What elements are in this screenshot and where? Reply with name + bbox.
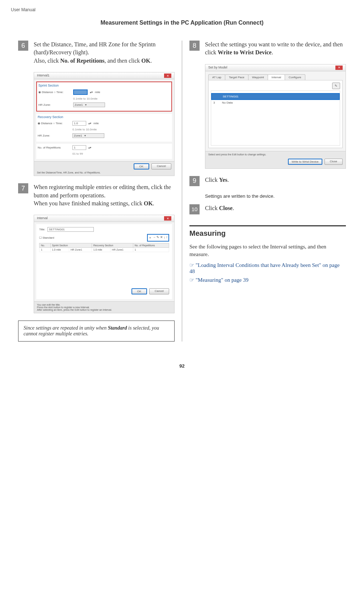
doc-label: User Manual — [11, 7, 353, 12]
note-box: Since settings are repeated in unity whe… — [18, 321, 175, 342]
right-icon[interactable]: → — [152, 235, 156, 240]
shot1-reps-label: No. of Repetitions — [38, 146, 70, 149]
step-number-10: 10 — [189, 204, 200, 214]
tab-target-pace[interactable]: Target Pace — [225, 74, 248, 80]
step-10-body: Click Close. — [205, 204, 346, 214]
step-9-subnote: Settings are written to the device. — [205, 193, 346, 199]
tab-at-lap[interactable]: AT Lap — [208, 74, 225, 80]
xref-2-text: "Measuring" on page 39 — [196, 277, 248, 283]
shot1-ok-button[interactable]: OK — [134, 163, 150, 169]
step-6-bold-b: No. of Repetitions — [60, 58, 104, 64]
step-8-body: Select the settings you want to write to… — [205, 41, 346, 57]
step-number-7: 7 — [18, 183, 28, 193]
shot2-title-label: Title: — [39, 228, 45, 231]
shot2-col-no: No. — [39, 243, 51, 248]
shot2-footer2: Press the Add button to register a new I… — [37, 306, 171, 309]
add-icon[interactable]: ＋ — [148, 235, 152, 240]
table-row[interactable]: 1 1.0 mile HR Zone1 1.0 mile HR Zone1 1 — [39, 248, 169, 252]
shot2-col-sprint: Sprint Section — [50, 243, 92, 248]
step-6-text-b: Also, click — [34, 58, 60, 64]
shot1-rec-range: 0.1mile to 10.0mile — [72, 128, 171, 131]
shot1-zone-value: Zone1 — [75, 103, 83, 106]
list-item-selected[interactable]: SETTING01 — [211, 93, 340, 100]
shot2-standard-checkbox[interactable]: Standard — [42, 236, 54, 239]
xref-2[interactable]: ☞"Measuring" on page 39 — [189, 277, 346, 283]
edit-icon[interactable]: ✎ — [332, 83, 340, 89]
shot2-col-reps: No. of Repetitions — [133, 243, 169, 248]
tab-interval[interactable]: Interval — [268, 74, 285, 80]
step-6-body: Set the Distance, Time, and HR Zone for … — [34, 41, 175, 65]
shot1-reps-range: 01 to 99 — [72, 152, 171, 155]
step-7-text-a: When registering multiple entries or edi… — [34, 184, 171, 198]
shot2-row1-sprint-hr: HR Zone1 — [69, 248, 92, 252]
shot2-ok-button[interactable]: OK — [131, 288, 147, 294]
close-icon[interactable]: ✕ — [164, 216, 171, 221]
close-icon[interactable]: ✕ — [164, 74, 171, 78]
shot1-recovery-distance-input[interactable]: 1.0 — [72, 121, 86, 126]
shot1-rec-mile: mile — [93, 122, 99, 125]
write-to-wrist-device-button[interactable]: Write to Wrist Device — [288, 159, 322, 165]
step-7: 7 When registering multiple entries or e… — [18, 183, 175, 208]
shot2-row1-reps: 1 — [133, 248, 169, 252]
xref-1[interactable]: ☞"Loading Interval Conditions that have … — [189, 262, 346, 275]
step-8-bold-a: Write to Wrist Device — [218, 49, 272, 55]
step-number-6: 6 — [18, 41, 28, 51]
shot1-rec-zone-value: Zone1 — [74, 134, 82, 137]
shot3-selected-label: SETTING01 — [223, 95, 239, 98]
shot2-title-input[interactable]: SETTING01 — [47, 227, 94, 232]
screenshot-interval1: Interval1 ✕ Sprint Section ◉ Distance ○ … — [34, 72, 175, 176]
step-6-text-a: Set the Distance, Time, and HR Zone for … — [34, 41, 155, 55]
shot1-reps-input[interactable]: 1 — [72, 145, 86, 150]
up-icon[interactable]: ↑ — [166, 235, 168, 240]
step-7-text-c: . — [153, 200, 154, 206]
step-9: 9 Click Yes. — [189, 176, 346, 186]
step-9-bold-a: Yes — [219, 177, 227, 183]
hand-icon: ☞ — [189, 262, 194, 268]
delete-icon[interactable]: ✕ — [160, 235, 163, 240]
tab-waypoint[interactable]: Waypoint — [248, 74, 268, 80]
shot3-row3-no: 3 — [213, 101, 218, 104]
step-6-bold-c: OK — [141, 58, 150, 64]
shot1-recovery-hrzone-dropdown[interactable]: Zone1 ▾ — [72, 133, 104, 138]
edit-icon[interactable]: ✎ — [156, 235, 159, 240]
shot2-footer3: After selecting an item, press the Edit … — [37, 309, 171, 311]
shot3-close-button[interactable]: Close — [325, 159, 343, 165]
step-6-text-d: . — [150, 58, 152, 64]
step-8-text-b: . — [272, 49, 273, 55]
note-text-a: Since settings are repeated in unity whe… — [24, 325, 108, 331]
shot2-row1-rec: 1.0 mile — [92, 248, 110, 252]
step-9-body: Click Yes. — [205, 176, 346, 186]
shot1-cancel-button[interactable]: Cancel — [151, 163, 171, 169]
shot2-title: Interval — [37, 216, 48, 221]
step-6: 6 Set the Distance, Time, and HR Zone fo… — [18, 41, 175, 65]
shot3-title: Set by Model — [208, 66, 227, 70]
close-icon[interactable]: ✕ — [335, 66, 343, 70]
screenshot-set-by-model: Set by Model ✕ AT Lap Target Pace Waypoi… — [205, 64, 346, 169]
step-8: 8 Select the settings you want to write … — [189, 41, 346, 57]
step-10-bold-a: Close — [219, 205, 233, 211]
shot3-row3-text: No Data — [222, 101, 233, 104]
shot1-sprint-label: Sprint Section — [38, 84, 170, 87]
shot2-row1-rec-hr: HR Zone1 — [110, 248, 133, 252]
list-item[interactable]: 3 No Data — [211, 100, 340, 105]
step-9-text-a: Click — [205, 177, 219, 183]
hand-icon: ☞ — [189, 277, 194, 283]
step-10: 10 Click Close. — [189, 204, 346, 214]
tab-configure[interactable]: Configure — [285, 74, 305, 80]
down-icon[interactable]: ↓ — [164, 235, 166, 240]
shot1-sprint-distance-input[interactable] — [73, 89, 88, 95]
step-number-9: 9 — [189, 176, 200, 186]
shot1-sprint-hrzone-dropdown[interactable]: Zone1 ▾ — [73, 102, 105, 107]
shot1-title: Interval1 — [37, 74, 50, 78]
shot1-dist-time[interactable]: Distance ○ Time: — [42, 91, 63, 94]
shot1-range-hint: 0.1mile to 10.0mile — [73, 97, 170, 100]
shot3-tabs: AT Lap Target Pace Waypoint Interval Con… — [208, 74, 343, 80]
step-6-text-c: , and then click — [105, 58, 142, 64]
shot2-toolbar: ＋ → ✎ ✕ ↓ ↑ — [147, 234, 169, 242]
shot1-rec-dist-time[interactable]: Distance ○ Time: — [41, 122, 63, 125]
page-number: 92 — [11, 363, 353, 369]
shot2-footer1: You can edit the title. — [37, 304, 171, 306]
shot2-cancel-button[interactable]: Cancel — [149, 288, 169, 294]
step-7-bold-b: OK — [144, 200, 153, 206]
step-7-body: When registering multiple entries or edi… — [34, 183, 175, 208]
